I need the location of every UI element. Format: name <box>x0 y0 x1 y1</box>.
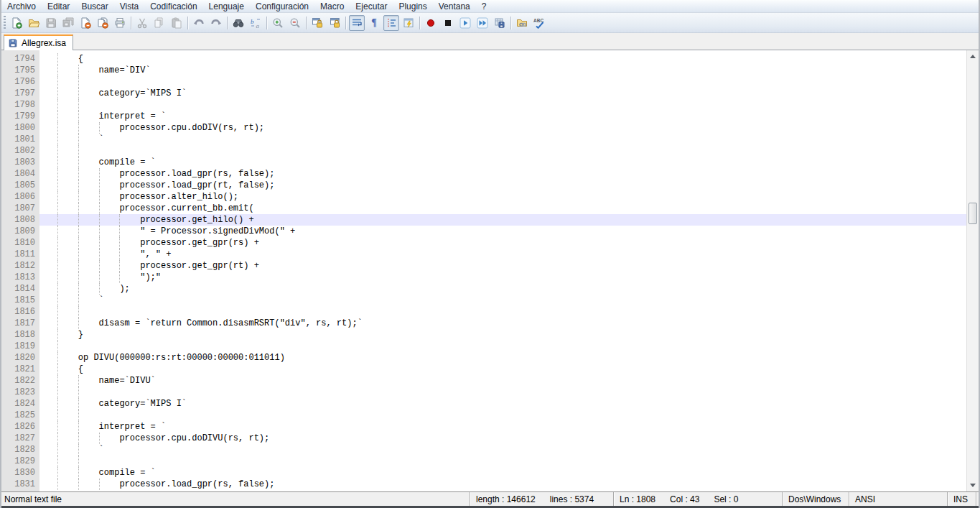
code-line[interactable]: 1831 processor.load_gpr(rs, false); <box>1 479 966 490</box>
menu-macro[interactable]: Macro <box>314 0 350 13</box>
code-line[interactable]: 1803 compile = ` <box>1 157 966 168</box>
vertical-scrollbar[interactable] <box>966 50 979 491</box>
copy-button[interactable] <box>151 15 167 31</box>
code-line[interactable]: 1824 category=`MIPS I` <box>1 398 966 410</box>
line-number[interactable]: 1828 <box>1 444 39 456</box>
code-text[interactable] <box>39 76 966 88</box>
line-number[interactable]: 1808 <box>1 214 39 226</box>
code-line[interactable]: 1829 <box>1 456 966 467</box>
code-line[interactable]: 1799 interpret = ` <box>1 111 966 122</box>
code-line[interactable]: 1800 processor.cpu.doDIV(rs, rt); <box>1 122 966 134</box>
menu-ventana[interactable]: Ventana <box>433 0 476 13</box>
code-line[interactable]: 1823 <box>1 387 966 398</box>
code-text[interactable] <box>39 410 966 421</box>
code-text[interactable]: } <box>39 329 966 341</box>
editor[interactable]: 1794 {1795 name=`DIV`17961797 category=`… <box>1 50 979 491</box>
indent-guide-button[interactable] <box>383 15 399 31</box>
code-text[interactable]: processor.cpu.doDIVU(rs, rt); <box>39 433 966 444</box>
line-number[interactable]: 1794 <box>1 53 39 65</box>
undo-button[interactable] <box>191 15 207 31</box>
sync-horizontal-button[interactable] <box>327 15 342 31</box>
code-text[interactable]: processor.current_bb.emit( <box>39 203 966 214</box>
toolbar-grip[interactable] <box>4 16 6 30</box>
code-line[interactable]: 1812 processor.get_gpr(rt) + <box>1 260 966 272</box>
line-number[interactable]: 1823 <box>1 387 39 398</box>
line-number[interactable]: 1822 <box>1 375 39 387</box>
code-text[interactable]: processor.alter_hilo(); <box>39 191 966 203</box>
folder-link-button[interactable] <box>514 15 530 31</box>
macro-play-button[interactable] <box>457 15 473 31</box>
code-text[interactable]: disasm = `return Common.disasmRSRT("div"… <box>39 318 966 329</box>
tab-allegrex-isa[interactable]: Allegrex.isa <box>4 34 73 50</box>
line-number[interactable]: 1830 <box>1 467 39 479</box>
code-area[interactable]: 1794 {1795 name=`DIV`17961797 category=`… <box>1 53 966 490</box>
line-number[interactable]: 1803 <box>1 157 39 168</box>
replace-button[interactable]: ba <box>248 15 263 31</box>
word-wrap-button[interactable] <box>349 15 365 31</box>
macro-save-button[interactable] <box>492 15 508 31</box>
code-text[interactable]: { <box>39 53 966 65</box>
line-number[interactable]: 1807 <box>1 203 39 214</box>
code-line[interactable]: 1826 interpret = ` <box>1 421 966 433</box>
line-number[interactable]: 1799 <box>1 111 39 122</box>
line-number[interactable]: 1829 <box>1 456 39 467</box>
code-line[interactable]: 1813 ");" <box>1 272 966 283</box>
code-text[interactable]: interpret = ` <box>39 421 966 433</box>
code-line[interactable]: 1807 processor.current_bb.emit( <box>1 203 966 214</box>
line-number[interactable]: 1795 <box>1 65 39 76</box>
scrollbar-thumb[interactable] <box>969 203 977 224</box>
line-number[interactable]: 1831 <box>1 479 39 490</box>
code-line[interactable]: 1830 compile = ` <box>1 467 966 479</box>
menu-ayuda[interactable]: ? <box>476 0 493 13</box>
line-number[interactable]: 1804 <box>1 168 39 180</box>
close-file-button[interactable] <box>78 15 93 31</box>
code-line[interactable]: 1798 <box>1 99 966 111</box>
scroll-up-button[interactable] <box>967 50 979 63</box>
code-text[interactable]: ` <box>39 134 966 145</box>
menu-codificacion[interactable]: Codificación <box>144 0 202 13</box>
line-number[interactable]: 1820 <box>1 352 39 364</box>
code-text[interactable] <box>39 387 966 398</box>
code-line[interactable]: 1820 op DIVU(000000:rs:rt:00000:00000:01… <box>1 352 966 364</box>
line-number[interactable]: 1813 <box>1 272 39 283</box>
scroll-down-button[interactable] <box>967 479 979 491</box>
save-file-button[interactable] <box>43 15 59 31</box>
spell-check-button[interactable]: ABC <box>531 15 547 31</box>
code-text[interactable]: processor.get_gpr(rt) + <box>39 260 966 272</box>
code-text[interactable]: ` <box>39 444 966 456</box>
open-folder-button[interactable] <box>26 15 42 31</box>
code-line[interactable]: 1797 category=`MIPS I` <box>1 88 966 99</box>
code-line[interactable]: 1802 <box>1 145 966 157</box>
line-number[interactable]: 1825 <box>1 410 39 421</box>
line-number[interactable]: 1801 <box>1 134 39 145</box>
cut-button[interactable] <box>134 15 150 31</box>
line-number[interactable]: 1811 <box>1 249 39 260</box>
code-line[interactable]: 1801 ` <box>1 134 966 145</box>
code-line[interactable]: 1828 ` <box>1 444 966 456</box>
line-number[interactable]: 1816 <box>1 306 39 318</box>
code-text[interactable]: compile = ` <box>39 467 966 479</box>
code-text[interactable]: category=`MIPS I` <box>39 88 966 99</box>
line-number[interactable]: 1827 <box>1 433 39 444</box>
code-line[interactable]: 1817 disasm = `return Common.disasmRSRT(… <box>1 318 966 329</box>
line-number[interactable]: 1802 <box>1 145 39 157</box>
code-line[interactable]: 1811 ", " + <box>1 249 966 260</box>
line-number[interactable]: 1805 <box>1 180 39 191</box>
line-number[interactable]: 1810 <box>1 237 39 249</box>
menu-archivo[interactable]: Archivo <box>1 0 42 13</box>
code-line[interactable]: 1822 name=`DIVU` <box>1 375 966 387</box>
paste-button[interactable] <box>169 15 185 31</box>
code-line[interactable]: 1809 " = Processor.signedDivMod(" + <box>1 226 966 237</box>
code-line[interactable]: 1816 <box>1 306 966 318</box>
line-number[interactable]: 1812 <box>1 260 39 272</box>
code-text[interactable]: processor.cpu.doDIV(rs, rt); <box>39 122 966 134</box>
code-text[interactable]: name=`DIVU` <box>39 375 966 387</box>
code-line[interactable]: 1804 processor.load_gpr(rs, false); <box>1 168 966 180</box>
code-line[interactable]: 1827 processor.cpu.doDIVU(rs, rt); <box>1 433 966 444</box>
code-line[interactable]: 1795 name=`DIV` <box>1 65 966 76</box>
line-number[interactable]: 1814 <box>1 283 39 295</box>
close-all-button[interactable] <box>95 15 111 31</box>
code-text[interactable]: ` <box>39 295 966 306</box>
function-list-button[interactable] <box>401 15 416 31</box>
code-line[interactable]: 1806 processor.alter_hilo(); <box>1 191 966 203</box>
